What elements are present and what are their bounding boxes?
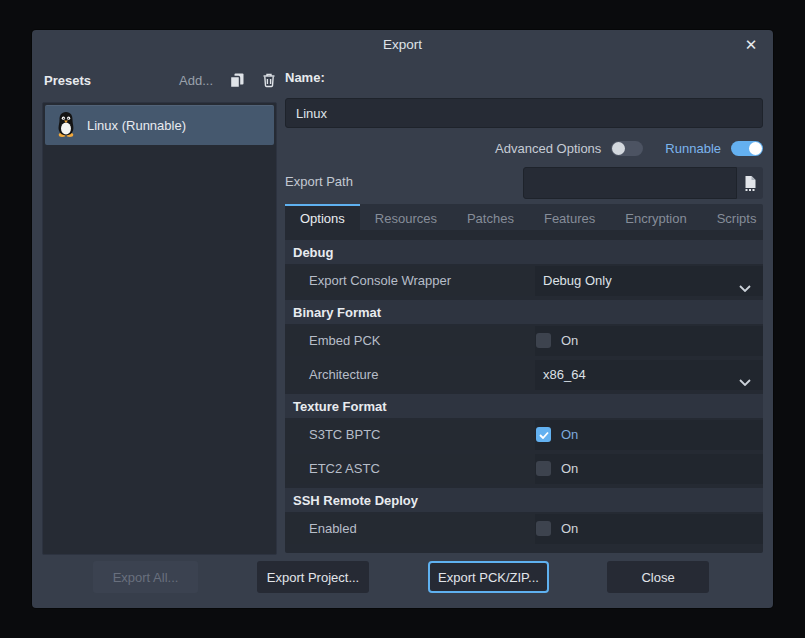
- export-pck-zip-button[interactable]: Export PCK/ZIP...: [428, 561, 549, 593]
- property-row-etc2-astc: ETC2 ASTC On: [285, 454, 763, 484]
- dropdown-value[interactable]: x86_64: [543, 367, 586, 382]
- property-label: Export Console Wrapper: [309, 273, 451, 288]
- advanced-options-toggle[interactable]: [611, 141, 643, 156]
- dropdown-value[interactable]: Debug Only: [543, 273, 612, 288]
- tab-features[interactable]: Features: [529, 204, 610, 230]
- toggle-knob: [749, 142, 762, 155]
- name-label: Name:: [285, 70, 325, 85]
- tab-resources[interactable]: Resources: [360, 204, 452, 230]
- property-row-enabled: Enabled On: [285, 514, 763, 544]
- check-icon: [539, 431, 549, 439]
- checkbox-on-label: On: [561, 461, 578, 476]
- checkbox-on-label: On: [561, 427, 578, 442]
- close-button[interactable]: Close: [607, 561, 709, 593]
- trash-icon[interactable]: [261, 72, 277, 88]
- property-row-export-console-wrapper: Export Console Wrapper Debug Only: [285, 266, 763, 296]
- section-header-ssh-remote-deploy: SSH Remote Deploy: [285, 488, 763, 512]
- duplicate-icon[interactable]: [229, 72, 245, 88]
- property-label: Architecture: [309, 367, 378, 382]
- ssh-enabled-checkbox[interactable]: [536, 521, 551, 536]
- file-browse-icon: [743, 175, 757, 191]
- export-all-button: Export All...: [93, 561, 198, 593]
- section-header-debug: Debug: [285, 240, 763, 264]
- export-path-input[interactable]: [523, 167, 737, 199]
- section-header-binary-format: Binary Format: [285, 300, 763, 324]
- linux-penguin-icon: [55, 111, 77, 141]
- presets-title: Presets: [44, 73, 91, 88]
- section-header-texture-format: Texture Format: [285, 394, 763, 418]
- chevron-down-icon[interactable]: [739, 278, 751, 296]
- browse-path-button[interactable]: [737, 167, 763, 199]
- export-dialog: Export ✕ Presets Add...: [32, 30, 773, 608]
- export-project-button[interactable]: Export Project...: [257, 561, 369, 593]
- property-label: ETC2 ASTC: [309, 461, 380, 476]
- property-label: Embed PCK: [309, 333, 381, 348]
- preset-list: Linux (Runnable): [42, 102, 277, 555]
- presets-header: Presets Add...: [44, 68, 277, 92]
- property-label: S3TC BPTC: [309, 427, 381, 442]
- etc2-astc-checkbox[interactable]: [536, 461, 551, 476]
- chevron-down-icon[interactable]: [739, 372, 751, 390]
- property-row-embed-pck: Embed PCK On: [285, 326, 763, 356]
- property-row-architecture: Architecture x86_64: [285, 360, 763, 390]
- property-row-s3tc-bptc: S3TC BPTC On: [285, 420, 763, 450]
- tab-patches[interactable]: Patches: [452, 204, 529, 230]
- preset-item-linux[interactable]: Linux (Runnable): [45, 105, 274, 145]
- s3tc-bptc-checkbox[interactable]: [536, 427, 551, 442]
- runnable-label: Runnable: [665, 141, 721, 156]
- toggle-knob: [612, 142, 625, 155]
- embed-pck-checkbox[interactable]: [536, 333, 551, 348]
- checkbox-on-label: On: [561, 521, 578, 536]
- export-settings-pane: Name: Advanced Options Runnable Export P…: [285, 30, 763, 608]
- export-path-row: Export Path: [285, 167, 763, 199]
- advanced-options-label: Advanced Options: [495, 141, 601, 156]
- checkbox-on-label: On: [561, 333, 578, 348]
- runnable-toggle[interactable]: [731, 141, 763, 156]
- preset-item-label: Linux (Runnable): [87, 118, 186, 133]
- name-input[interactable]: [285, 98, 763, 128]
- toggles-row: Advanced Options Runnable: [285, 137, 763, 159]
- tab-options[interactable]: Options: [285, 204, 360, 230]
- tab-scripts[interactable]: Scripts: [702, 204, 772, 230]
- property-label: Enabled: [309, 521, 357, 536]
- export-path-label: Export Path: [285, 174, 353, 189]
- tab-encryption[interactable]: Encryption: [610, 204, 701, 230]
- options-panel: Debug Export Console Wrapper Debug Only …: [285, 230, 763, 553]
- add-preset-button[interactable]: Add...: [179, 73, 213, 88]
- tab-bar: Options Resources Patches Features Encry…: [285, 204, 763, 230]
